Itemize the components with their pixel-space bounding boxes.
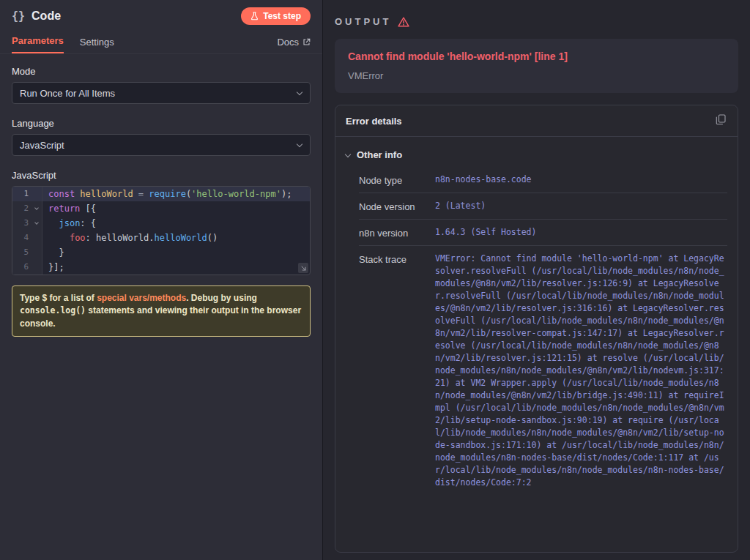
detail-row: n8n version1.64.3 (Self Hosted) [359, 220, 727, 246]
tab-settings[interactable]: Settings [80, 37, 114, 53]
error-details-title: Error details [346, 116, 402, 127]
code-text: return [{ [42, 201, 310, 216]
detail-row: Node typen8n-nodes-base.code [359, 167, 727, 193]
code-text: foo: helloWorld.helloWorld() [42, 231, 310, 245]
tab-parameters[interactable]: Parameters [12, 35, 64, 53]
fold-chevron-icon[interactable] [31, 201, 42, 216]
mode-field: Mode Run Once for All Items [12, 66, 311, 104]
flask-icon [250, 12, 259, 20]
output-panel: OUTPUT Cannot find module 'hello-world-n… [323, 0, 750, 560]
error-message-card: Cannot find module 'hello-world-npm' [li… [335, 39, 738, 93]
error-title: Cannot find module 'hello-world-npm' [li… [348, 51, 725, 62]
editor-hint: Type $ for a list of special vars/method… [12, 285, 311, 337]
code-line[interactable]: 1const helloWorld = require('hello-world… [12, 187, 310, 201]
external-link-icon [302, 38, 311, 46]
detail-value: n8n-nodes-base.code [435, 173, 727, 186]
other-info-toggle[interactable]: Other info [346, 146, 727, 167]
hint-highlight-link[interactable]: special vars/methods [97, 293, 186, 303]
error-details-card: Error details Other info Node typen8n-no… [335, 105, 738, 553]
hint-text: . Debug by using [186, 293, 257, 303]
mode-label: Mode [12, 66, 311, 77]
mode-select-value: Run Once for All Items [20, 88, 115, 99]
docs-link-label: Docs [277, 37, 299, 48]
code-editor-label: JavaScript [12, 170, 311, 181]
code-text: json: { [42, 216, 310, 231]
test-step-label: Test step [263, 11, 301, 21]
language-label: Language [12, 118, 311, 129]
detail-label: Node type [359, 173, 435, 186]
output-header: OUTPUT [335, 16, 738, 27]
code-line[interactable]: 3 json: { [12, 216, 310, 231]
error-details-body: Other info Node typen8n-nodes-base.codeN… [335, 137, 738, 504]
code-line[interactable]: 6}]; [12, 260, 310, 275]
code-braces-icon: {} [12, 10, 25, 23]
code-line[interactable]: 4 foo: helloWorld.helloWorld() [12, 231, 310, 245]
fold-gutter-spacer [31, 231, 42, 245]
detail-value: 2 (Latest) [435, 200, 727, 212]
language-select[interactable]: JavaScript [12, 134, 311, 156]
code-text: const helloWorld = require('hello-world-… [42, 187, 310, 201]
code-field: JavaScript 1const helloWorld = require('… [12, 170, 311, 275]
node-settings-panel: {} Code Test step Parameters Settings Do… [0, 0, 323, 560]
node-title: Code [31, 10, 61, 23]
chevron-down-icon [297, 89, 302, 95]
line-number: 6 [12, 260, 31, 275]
chevron-down-icon [297, 141, 302, 147]
output-title: OUTPUT [335, 16, 391, 27]
test-step-button[interactable]: Test step [241, 7, 311, 25]
language-field: Language JavaScript [12, 118, 311, 156]
line-number: 4 [12, 231, 31, 245]
fold-gutter-spacer [31, 187, 42, 201]
node-header: {} Code Test step [0, 0, 322, 31]
mode-select[interactable]: Run Once for All Items [12, 82, 311, 104]
fold-gutter-spacer [31, 260, 42, 275]
code-line[interactable]: 5 } [12, 245, 310, 260]
error-subtitle: VMError [348, 70, 725, 81]
detail-value: 1.64.3 (Self Hosted) [435, 226, 727, 239]
line-number: 5 [12, 245, 31, 260]
code-text: } [42, 245, 310, 260]
chevron-down-icon [345, 151, 351, 157]
error-details-header: Error details [335, 105, 738, 137]
detail-label: Stack trace [359, 253, 435, 265]
hint-text: Type $ for a list of [20, 293, 97, 303]
error-details-rows: Node typen8n-nodes-base.codeNode version… [359, 167, 727, 496]
line-number: 2 [12, 201, 31, 216]
editor-resize-handle[interactable] [298, 263, 308, 273]
other-info-label: Other info [357, 149, 402, 160]
detail-label: n8n version [359, 226, 435, 239]
detail-row: Node version2 (Latest) [359, 193, 727, 220]
hint-code-snippet: console.log() [20, 305, 86, 316]
language-select-value: JavaScript [20, 140, 64, 151]
fold-chevron-icon[interactable] [31, 216, 42, 231]
copy-details-button[interactable] [714, 113, 727, 129]
line-number: 3 [12, 216, 31, 231]
line-number: 1 [12, 187, 31, 201]
fold-gutter-spacer [31, 245, 42, 260]
code-editor-lines: 1const helloWorld = require('hello-world… [12, 187, 310, 275]
code-line[interactable]: 2return [{ [12, 201, 310, 216]
detail-row: Stack traceVMError: Cannot find module '… [359, 246, 727, 496]
detail-label: Node version [359, 200, 435, 212]
code-text: }]; [42, 260, 310, 275]
parameters-content: Mode Run Once for All Items Language Jav… [0, 54, 322, 560]
docs-link[interactable]: Docs [277, 37, 311, 53]
code-editor[interactable]: 1const helloWorld = require('hello-world… [12, 186, 311, 275]
warning-triangle-icon [398, 17, 409, 27]
tab-bar: Parameters Settings Docs [0, 31, 322, 54]
detail-value: VMError: Cannot find module 'hello-world… [435, 253, 727, 489]
